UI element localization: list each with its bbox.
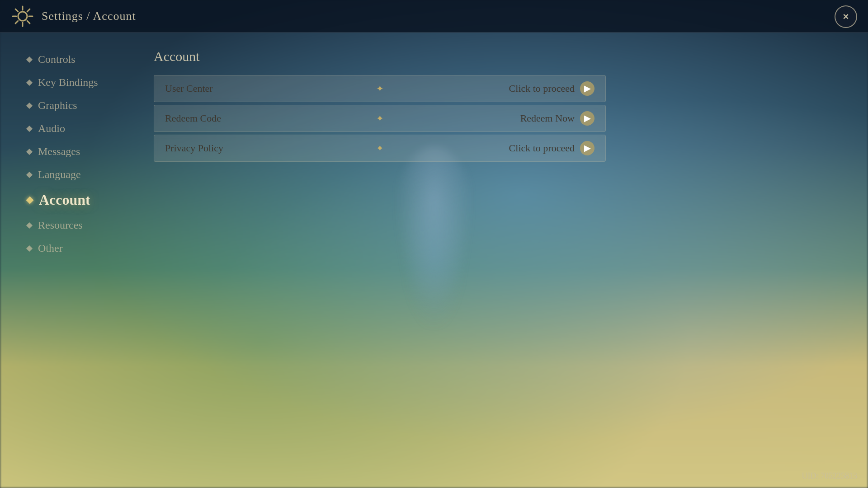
sidebar-label-graphics: Graphics (38, 99, 77, 112)
diamond-icon (26, 56, 33, 62)
header-title: Settings / Account (42, 9, 136, 23)
sidebar-label-audio: Audio (38, 122, 65, 135)
star-icon: ✦ (376, 83, 384, 94)
redeem-code-action-label: Redeem Now (520, 113, 575, 124)
diamond-icon (26, 148, 33, 155)
svg-line-8 (15, 21, 18, 23)
sidebar-item-language[interactable]: Language (27, 166, 136, 183)
sidebar-label-account: Account (39, 192, 90, 208)
sidebar: Controls Key Bindings Graphics Audio Mes… (0, 33, 136, 488)
user-center-row[interactable]: User Center ✦ Click to proceed ▶ (154, 75, 606, 102)
sidebar-item-account[interactable]: Account (27, 189, 136, 211)
privacy-policy-row[interactable]: Privacy Policy ✦ Click to proceed ▶ (154, 135, 606, 162)
diamond-icon (26, 245, 33, 251)
sidebar-label-resources: Resources (38, 219, 83, 231)
user-center-action-label: Click to proceed (509, 83, 575, 94)
svg-line-6 (27, 21, 30, 23)
content-panel: Account User Center ✦ Click to proceed ▶… (136, 33, 868, 488)
user-center-label: User Center (165, 83, 509, 94)
star-icon: ✦ (376, 143, 384, 154)
sidebar-item-messages[interactable]: Messages (27, 143, 136, 160)
redeem-code-action: Redeem Now ▶ (520, 111, 594, 126)
redeem-code-label: Redeem Code (165, 113, 520, 124)
header-bar: Settings / Account × (0, 0, 868, 33)
sidebar-item-other[interactable]: Other (27, 239, 136, 257)
section-title: Account (154, 49, 841, 64)
chevron-right-icon: ▶ (580, 141, 594, 155)
diamond-icon (26, 222, 33, 228)
privacy-policy-action: Click to proceed ▶ (509, 141, 594, 155)
privacy-policy-action-label: Click to proceed (509, 142, 575, 154)
sidebar-label-messages: Messages (38, 145, 80, 158)
svg-line-5 (15, 9, 18, 12)
star-icon: ✦ (376, 113, 384, 124)
diamond-icon (26, 171, 33, 178)
diamond-icon (26, 125, 33, 131)
main-content: Controls Key Bindings Graphics Audio Mes… (0, 33, 868, 488)
sidebar-item-key-bindings[interactable]: Key Bindings (27, 74, 136, 91)
close-button[interactable]: × (835, 5, 857, 28)
privacy-policy-label: Privacy Policy (165, 142, 509, 154)
account-menu-items: User Center ✦ Click to proceed ▶ Redeem … (154, 75, 606, 162)
svg-point-0 (18, 12, 27, 21)
redeem-code-row[interactable]: Redeem Code ✦ Redeem Now ▶ (154, 105, 606, 132)
user-center-action: Click to proceed ▶ (509, 81, 594, 96)
sidebar-item-controls[interactable]: Controls (27, 51, 136, 68)
sidebar-label-controls: Controls (38, 53, 75, 66)
sidebar-item-audio[interactable]: Audio (27, 120, 136, 137)
sidebar-label-other: Other (38, 242, 63, 254)
sidebar-item-resources[interactable]: Resources (27, 216, 136, 234)
svg-line-7 (27, 9, 30, 12)
sidebar-label-key-bindings: Key Bindings (38, 76, 98, 89)
diamond-icon (26, 79, 33, 85)
sidebar-label-language: Language (38, 169, 81, 181)
uid-label: UID: 705225813 (802, 471, 858, 481)
chevron-right-icon: ▶ (580, 111, 594, 126)
diamond-active-icon (26, 196, 34, 204)
chevron-right-icon: ▶ (580, 81, 594, 96)
sidebar-item-graphics[interactable]: Graphics (27, 97, 136, 114)
diamond-icon (26, 102, 33, 108)
settings-icon (11, 5, 34, 28)
